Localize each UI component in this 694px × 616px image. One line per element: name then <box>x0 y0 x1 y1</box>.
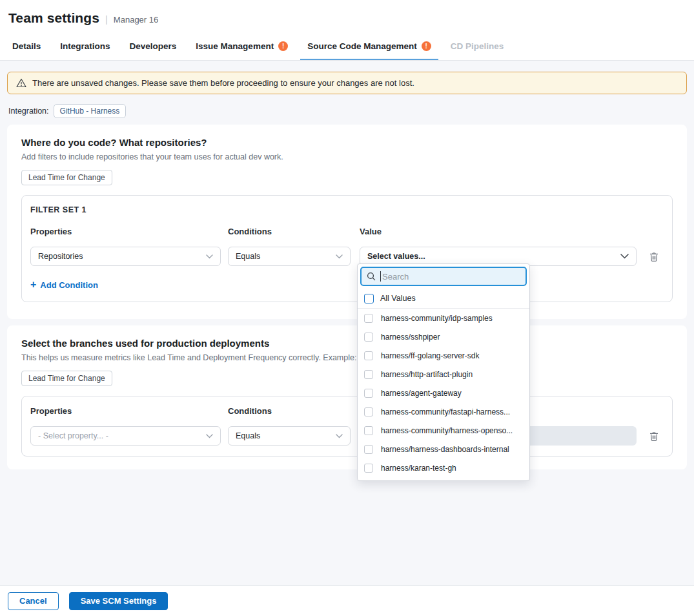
content-area: There are unsaved changes. Please save t… <box>0 61 694 586</box>
filter-set-1: FILTER SET 1 Properties Conditions Value… <box>21 195 673 302</box>
checkbox-icon[interactable] <box>364 333 373 342</box>
page-title: Team settings <box>8 10 99 26</box>
repo-option[interactable]: harness/http-artifact-plugin <box>358 365 529 384</box>
checkbox-icon[interactable] <box>364 370 373 379</box>
properties-header: Properties <box>30 227 221 236</box>
property-select-value: Repositories <box>38 252 83 261</box>
trash-icon <box>649 251 659 262</box>
integration-row: Integration: GitHub - Harness <box>8 104 686 118</box>
repo-option[interactable]: harness-community/harness-openso... <box>358 421 529 440</box>
lead-time-tag: Lead Time for Change <box>21 371 112 386</box>
add-condition-button[interactable]: + Add Condition <box>30 280 98 290</box>
all-values-label: All Values <box>380 294 416 303</box>
repo-option-label: harness-community/harness-openso... <box>381 426 513 435</box>
chevron-down-icon <box>336 434 343 438</box>
value-header: Value <box>360 227 637 236</box>
repo-option-clipped[interactable]: harness/… <box>358 477 529 481</box>
warning-triangle-icon <box>16 78 26 88</box>
filter-set-title: FILTER SET 1 <box>30 205 664 214</box>
repositories-card-title: Where do you code? What repositories? <box>21 137 673 148</box>
cancel-button[interactable]: Cancel <box>8 592 59 610</box>
tab-label: Source Code Management <box>307 41 417 51</box>
branches-card: Select the branches used for production … <box>7 325 687 469</box>
title-separator: | <box>105 14 108 25</box>
tab-source-code-management[interactable]: Source Code Management ! <box>300 34 438 60</box>
checkbox-icon[interactable] <box>364 389 373 398</box>
repo-option[interactable]: harness/ff-golang-server-sdk <box>358 346 529 365</box>
checkbox-icon[interactable] <box>364 426 373 435</box>
exclamation-badge-icon: ! <box>278 41 288 51</box>
value-dropdown-popup: All Values harness-community/idp-samples… <box>357 263 530 481</box>
text-cursor <box>380 271 381 282</box>
exclamation-badge-icon: ! <box>422 41 431 51</box>
property-select[interactable]: - Select property... - <box>30 426 221 446</box>
checkbox-icon[interactable] <box>364 464 373 473</box>
tab-integrations[interactable]: Integrations <box>53 34 117 60</box>
save-scm-settings-button[interactable]: Save SCM Settings <box>69 592 168 610</box>
delete-filter-button[interactable] <box>649 431 659 442</box>
footer-action-bar: Cancel Save SCM Settings <box>0 585 694 616</box>
tab-label: Developers <box>130 41 177 51</box>
search-input[interactable] <box>382 272 505 282</box>
repo-option[interactable]: harness/karan-test-gh <box>358 458 529 477</box>
repo-option-label: harness/http-artifact-plugin <box>381 370 473 379</box>
conditions-header: Conditions <box>228 227 351 236</box>
repo-option-label: harness/ff-golang-server-sdk <box>381 351 480 360</box>
unsaved-changes-banner: There are unsaved changes. Please save t… <box>7 72 687 94</box>
repo-option-label: harness/karan-test-gh <box>381 464 456 473</box>
chevron-down-icon <box>206 434 213 438</box>
team-name-label: Manager 16 <box>114 15 158 25</box>
filter-headers-row: Properties Conditions Value <box>30 406 664 426</box>
checkbox-icon[interactable] <box>364 445 373 454</box>
integration-label: Integration: <box>8 107 49 116</box>
team-settings-page: Team settings | Manager 16 Details Integ… <box>0 0 694 616</box>
condition-select-value: Equals <box>236 252 260 261</box>
add-condition-label: Add Condition <box>40 280 98 290</box>
banner-text: There are unsaved changes. Please save t… <box>32 78 414 88</box>
condition-select[interactable]: Equals <box>228 247 351 266</box>
plus-icon: + <box>30 280 36 290</box>
lead-time-tag: Lead Time for Change <box>21 170 112 185</box>
repo-option-label: harness/harness-dashboards-internal <box>381 445 509 454</box>
chevron-down-icon <box>336 254 343 259</box>
checkbox-icon[interactable] <box>364 351 373 360</box>
integration-chip[interactable]: GitHub - Harness <box>54 104 127 118</box>
checkbox-icon[interactable] <box>364 294 374 303</box>
repo-option[interactable]: harness/harness-dashboards-internal <box>358 440 529 458</box>
repo-option[interactable]: harness-community/idp-samples <box>358 309 529 327</box>
repositories-card-subtitle: Add filters to include repositories that… <box>21 152 673 161</box>
repo-option[interactable]: harness-community/fastapi-harness... <box>358 402 529 421</box>
delete-filter-button[interactable] <box>649 251 659 262</box>
repo-option[interactable]: harness/agent-gateway <box>358 384 529 402</box>
checkbox-icon[interactable] <box>364 407 373 416</box>
branches-card-title: Select the branches used for production … <box>21 338 673 349</box>
property-select-placeholder: - Select property... - <box>38 431 108 440</box>
properties-header: Properties <box>30 406 221 416</box>
tab-cd-pipelines: CD Pipelines <box>444 34 511 60</box>
tab-label: Issue Management <box>196 41 274 51</box>
tab-issue-management[interactable]: Issue Management ! <box>189 34 295 60</box>
dropdown-search-box[interactable] <box>360 267 527 286</box>
property-select[interactable]: Repositories <box>30 247 221 266</box>
condition-select-value: Equals <box>236 431 260 440</box>
repo-option[interactable]: harness/sshpiper <box>358 327 529 346</box>
repositories-card: Where do you code? What repositories? Ad… <box>7 125 687 319</box>
value-select-placeholder: Select values... <box>367 252 425 261</box>
tab-label: CD Pipelines <box>451 41 504 51</box>
chevron-down-icon <box>206 254 213 259</box>
chevron-down-icon <box>620 254 629 259</box>
filter-headers-row: Properties Conditions Value <box>30 227 664 247</box>
search-icon <box>367 272 376 281</box>
repo-option-label: harness-community/fastapi-harness... <box>381 407 510 416</box>
page-header: Team settings | Manager 16 <box>0 0 694 34</box>
filter-row: Repositories Equals Select values... <box>30 247 664 266</box>
all-values-option[interactable]: All Values <box>358 289 529 309</box>
tab-label: Integrations <box>60 41 110 51</box>
tab-details[interactable]: Details <box>5 34 48 60</box>
repo-option-label: harness/sshpiper <box>381 333 440 342</box>
conditions-header: Conditions <box>228 406 351 416</box>
branches-card-subtitle: This helps us measure metrics like Lead … <box>21 353 673 362</box>
tab-developers[interactable]: Developers <box>123 34 184 60</box>
checkbox-icon[interactable] <box>364 314 373 323</box>
condition-select[interactable]: Equals <box>228 426 351 446</box>
